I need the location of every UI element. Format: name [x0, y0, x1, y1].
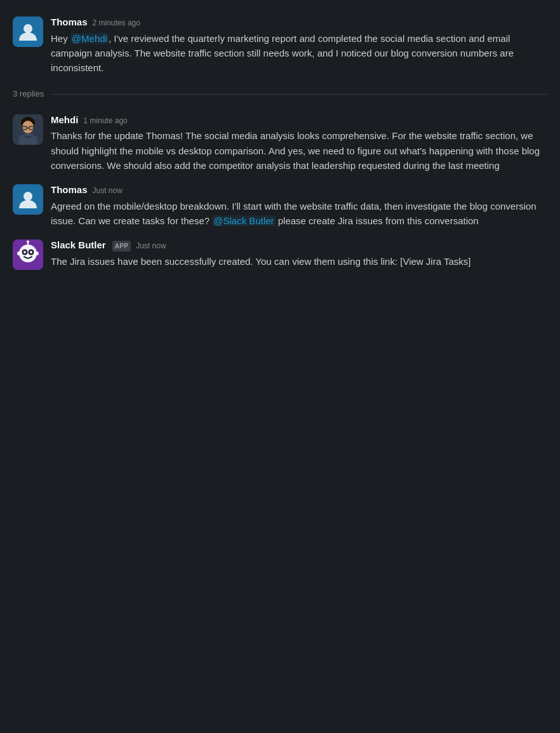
thomas-avatar-2: [13, 184, 43, 215]
thomas-text-2: Agreed on the mobile/desktop breakdown. …: [51, 199, 547, 229]
svg-point-14: [30, 251, 32, 253]
replies-count: 3 replies: [13, 88, 44, 100]
slack-butler-icon: [13, 239, 43, 270]
slack-butler-message-body: Slack Butler APP Just now The Jira issue…: [51, 238, 547, 270]
svg-point-0: [23, 24, 32, 33]
message-mehdi: Mehdi 1 minute ago Thanks for the update…: [13, 108, 547, 178]
person-icon: [18, 22, 38, 42]
slack-butler-text: The Jira issues have been successfully c…: [51, 254, 547, 269]
mehdi-time: 1 minute ago: [83, 115, 127, 126]
mehdi-message-body: Mehdi 1 minute ago Thanks for the update…: [51, 113, 547, 173]
svg-point-17: [17, 252, 21, 255]
svg-point-3: [22, 121, 34, 133]
thomas-author-1: Thomas: [51, 15, 88, 30]
thomas-text-1: Hey @Mehdi, I've reviewed the quarterly …: [51, 31, 547, 76]
mehdi-text: Thanks for the update Thomas! The social…: [51, 128, 547, 173]
message-thomas-2: Thomas Just now Agreed on the mobile/des…: [13, 178, 547, 233]
mehdi-avatar: [13, 114, 43, 145]
svg-point-13: [23, 251, 26, 253]
message-header-mehdi: Mehdi 1 minute ago: [51, 113, 547, 128]
message-header-thomas-2: Thomas Just now: [51, 183, 547, 198]
message-slack-butler: Slack Butler APP Just now The Jira issue…: [13, 233, 547, 275]
thomas-message-body-2: Thomas Just now Agreed on the mobile/des…: [51, 183, 547, 228]
replies-divider: 3 replies: [13, 83, 547, 105]
message-header-slack-butler: Slack Butler APP Just now: [51, 238, 547, 253]
thomas-avatar-1: [13, 17, 43, 47]
thomas-message-body-1: Thomas 2 minutes ago Hey @Mehdi, I've re…: [51, 15, 547, 75]
message-thomas-1: Thomas 2 minutes ago Hey @Mehdi, I've re…: [13, 10, 547, 80]
slack-butler-mention: @Slack Butler: [212, 215, 275, 226]
svg-point-18: [35, 252, 39, 255]
app-badge: APP: [112, 241, 131, 252]
mehdi-author: Mehdi: [51, 113, 78, 128]
mehdi-mention-1: @Mehdi: [70, 33, 109, 44]
slack-butler-author: Slack Butler: [51, 238, 106, 253]
thomas-time-1: 2 minutes ago: [93, 17, 140, 29]
svg-point-8: [23, 192, 32, 201]
svg-point-16: [27, 241, 29, 243]
mehdi-photo: [13, 114, 43, 145]
messages-container: Thomas 2 minutes ago Hey @Mehdi, I've re…: [0, 0, 560, 285]
person-icon-2: [18, 189, 38, 210]
message-header-thomas-1: Thomas 2 minutes ago: [51, 15, 547, 30]
thomas-author-2: Thomas: [51, 183, 88, 198]
thomas-time-2: Just now: [93, 185, 123, 196]
slack-butler-time: Just now: [136, 240, 166, 252]
slack-butler-avatar: [13, 239, 43, 270]
svg-point-10: [19, 245, 37, 262]
